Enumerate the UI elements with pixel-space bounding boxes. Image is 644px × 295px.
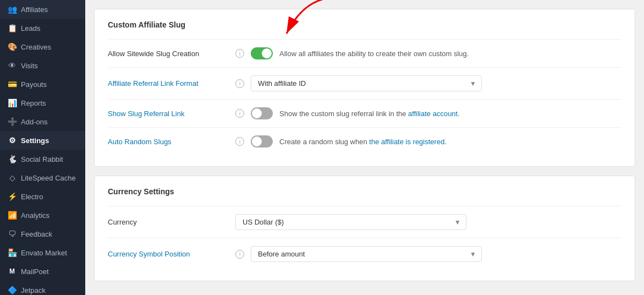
- currency-select[interactable]: US Dollar ($) Euro (€) British Pound (£): [235, 214, 466, 230]
- auto-random-info[interactable]: i: [235, 137, 244, 146]
- sidebar-item-affiliates[interactable]: 👥 Affiliates: [0, 0, 85, 19]
- litespeed-icon: ◇: [8, 173, 16, 182]
- currency-position-select[interactable]: Before amount After amount: [251, 246, 482, 262]
- feedback-icon: 🗨: [8, 230, 16, 238]
- setting-row-show-slug: Show Slug Referral Link i Show the custo…: [108, 99, 621, 127]
- show-slug-label: Show Slug Referral Link: [108, 110, 229, 118]
- referral-format-label: Affiliate Referral Link Format: [108, 79, 229, 88]
- toggle-slider: [251, 47, 273, 59]
- referral-format-info[interactable]: i: [235, 79, 244, 88]
- settings-icon: ⚙: [8, 136, 16, 145]
- setting-row-referral-format: Affiliate Referral Link Format i With af…: [108, 67, 621, 99]
- sidebar-item-addons[interactable]: ➕ Add-ons: [0, 112, 85, 131]
- setting-row-auto-random: Auto Random Slugs i Create a random slug…: [108, 127, 621, 155]
- payouts-icon: 💳: [8, 80, 16, 89]
- sidebar-item-social-rabbit[interactable]: 🐇 Social Rabbit: [0, 150, 85, 168]
- reports-icon: 📊: [8, 99, 16, 107]
- toggle-slider-off2: [251, 135, 273, 148]
- addons-icon: ➕: [8, 117, 16, 126]
- sidebar-item-electro[interactable]: ⚡ Electro: [0, 187, 85, 206]
- main-content: Custom Affiliate Slug Allow Sitewide Slu…: [85, 0, 644, 295]
- allow-sitewide-toggle[interactable]: [251, 47, 273, 59]
- jetpack-icon: 🔷: [8, 286, 16, 294]
- currency-select-wrapper: US Dollar ($) Euro (€) British Pound (£)…: [235, 214, 466, 230]
- setting-row-currency-position: Currency Symbol Position i Before amount…: [108, 238, 621, 270]
- auto-random-description: Create a random slug when the affiliate …: [279, 138, 447, 146]
- sidebar-item-creatives[interactable]: 🎨 Creatives: [0, 37, 85, 56]
- auto-random-toggle[interactable]: [251, 135, 273, 148]
- toggle-slider-off: [251, 107, 273, 119]
- referral-format-select-wrapper: With affiliate ID With affiliate slug ▼: [251, 75, 482, 91]
- affiliates-icon: 👥: [8, 5, 16, 14]
- analytics-icon: 📶: [8, 211, 16, 220]
- sidebar-item-leads[interactable]: 📋 Leads: [0, 19, 85, 37]
- currency-label: Currency: [108, 218, 229, 226]
- allow-sitewide-label: Allow Sitewide Slug Creation: [108, 50, 229, 58]
- referral-format-select[interactable]: With affiliate ID With affiliate slug: [251, 75, 482, 91]
- show-slug-info[interactable]: i: [235, 109, 244, 118]
- envato-icon: 🏪: [8, 248, 16, 257]
- show-slug-description: Show the custom slug referral link in th…: [279, 110, 460, 118]
- auto-random-label: Auto Random Slugs: [108, 138, 229, 146]
- creatives-icon: 🎨: [8, 42, 16, 51]
- setting-row-currency: Currency US Dollar ($) Euro (€) British …: [108, 206, 621, 238]
- sidebar-item-payouts[interactable]: 💳 Payouts: [0, 75, 85, 94]
- custom-slug-card: Custom Affiliate Slug Allow Sitewide Slu…: [94, 9, 635, 167]
- currency-position-select-wrapper: Before amount After amount ▼: [251, 246, 482, 262]
- sidebar-item-settings[interactable]: ⚙ Settings: [0, 131, 85, 150]
- currency-position-info[interactable]: i: [235, 250, 244, 259]
- show-slug-toggle[interactable]: [251, 107, 273, 119]
- electro-icon: ⚡: [8, 192, 16, 201]
- red-arrow-svg: [270, 0, 336, 39]
- sidebar-item-envato[interactable]: 🏪 Envato Market: [0, 243, 85, 262]
- sidebar-item-litespeed[interactable]: ◇ LiteSpeed Cache: [0, 168, 85, 187]
- sidebar-item-reports[interactable]: 📊 Reports: [0, 94, 85, 112]
- sidebar-item-analytics[interactable]: 📶 Analytics: [0, 206, 85, 225]
- allow-sitewide-info[interactable]: i: [235, 49, 244, 58]
- sidebar-item-feedback[interactable]: 🗨 Feedback: [0, 225, 85, 243]
- currency-position-label: Currency Symbol Position: [108, 250, 229, 258]
- setting-row-allow-sitewide: Allow Sitewide Slug Creation i Allow all…: [108, 39, 621, 67]
- currency-settings-title: Currency Settings: [108, 187, 621, 196]
- mailpoet-icon: M: [8, 267, 16, 276]
- leads-icon: 📋: [8, 24, 16, 32]
- sidebar-item-jetpack[interactable]: 🔷 Jetpack: [0, 281, 85, 295]
- visits-icon: 👁: [8, 61, 16, 70]
- allow-sitewide-description: Allow all affiliates the ability to crea…: [279, 50, 469, 58]
- sidebar-item-mailpoet[interactable]: M MailPoet: [0, 262, 85, 281]
- custom-slug-title: Custom Affiliate Slug: [108, 20, 621, 29]
- currency-settings-card: Currency Settings Currency US Dollar ($)…: [94, 176, 635, 281]
- sidebar: 👥 Affiliates 📋 Leads 🎨 Creatives 👁 Visit…: [0, 0, 85, 295]
- sidebar-item-visits[interactable]: 👁 Visits: [0, 56, 85, 75]
- social-rabbit-icon: 🐇: [8, 155, 16, 163]
